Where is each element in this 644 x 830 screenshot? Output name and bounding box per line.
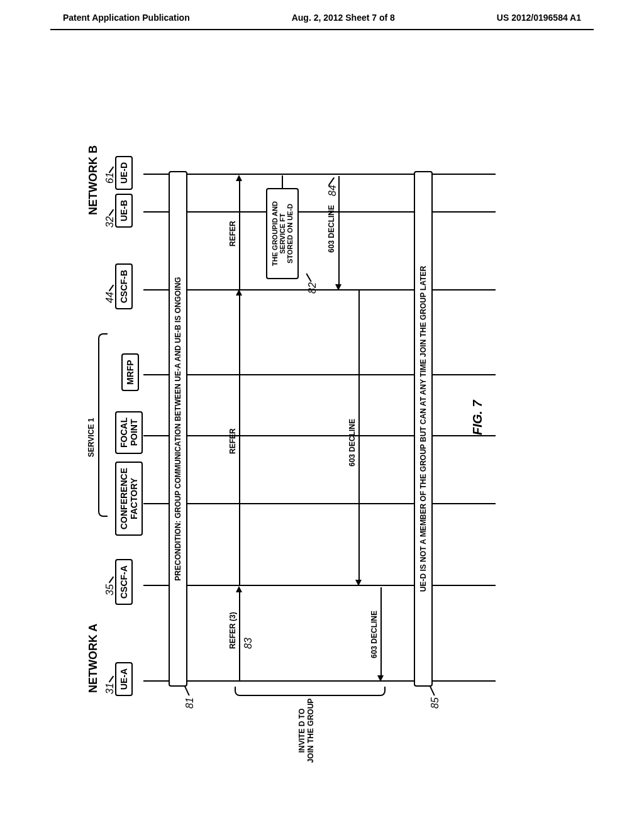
entity-mrfp: MRFP: [121, 353, 139, 391]
ref-83: 83: [243, 638, 254, 649]
invite-label: INVITE D TO JOIN THE GROUP: [297, 696, 315, 765]
entity-ue-b: UE-B: [115, 194, 133, 228]
msg-decline-1: 603 DECLINE: [327, 205, 336, 253]
msg-refer-2: REFER: [228, 221, 237, 246]
header-center: Aug. 2, 2012 Sheet 7 of 8: [292, 13, 395, 23]
header-left: Patent Application Publication: [63, 13, 190, 23]
lifeline-mrfp: [143, 374, 496, 375]
page-header: Patent Application Publication Aug. 2, 2…: [0, 0, 644, 29]
result-box: UE-D IS NOT A MEMBER OF THE GROUP BUT CA…: [414, 171, 433, 687]
groupid-box: THE GROUPID AND SERVICE FT STORED ON UE-…: [266, 188, 299, 279]
entity-focal-point: FOCAL POINT: [115, 411, 143, 454]
msg-refer3: REFER (3): [228, 612, 237, 649]
entity-cscf-a: CSCF-A: [115, 559, 133, 605]
entity-ue-a: UE-A: [115, 662, 133, 696]
msg-refer-1: REFER: [228, 428, 237, 454]
ref-82: 82: [307, 282, 318, 294]
ref-31: 31: [104, 683, 116, 694]
msg-decline-2: 603 DECLINE: [348, 419, 357, 467]
network-b-label: NETWORK B: [87, 145, 100, 215]
ref-85: 85: [430, 697, 441, 709]
lifeline-ue-d: [143, 174, 496, 175]
lifeline-ue-a: [143, 680, 496, 682]
header-right: US 2012/0196584 A1: [497, 13, 581, 23]
ref-61: 61: [104, 172, 116, 184]
service-label: SERVICE 1: [87, 418, 96, 457]
lifeline-focal-point: [143, 435, 496, 436]
ref-32: 32: [104, 216, 116, 228]
figure-label: FIG. 7: [470, 400, 485, 435]
header-divider: [50, 29, 594, 30]
service-brace: [98, 333, 108, 517]
lifeline-cscf-a: [143, 585, 496, 586]
ref-44: 44: [104, 292, 116, 303]
ref-35: 35: [104, 584, 116, 595]
ref-84: 84: [327, 185, 338, 196]
entity-conference-factory: CONFERENCE FACTORY: [115, 462, 143, 536]
entity-cscf-b: CSCF-B: [115, 263, 133, 309]
msg-decline-3: 603 DECLINE: [370, 611, 379, 658]
precondition-box: PRECONDITION: GROUP COMMUNICATION BETWEE…: [169, 171, 187, 687]
entity-ue-d: UE-D: [115, 156, 133, 190]
lifeline-cscf-b: [143, 289, 496, 290]
sequence-diagram: NETWORK A NETWORK B 31 UE-A 35 CSCF-A SE…: [31, 94, 644, 675]
ref-81: 81: [184, 697, 196, 709]
network-a-label: NETWORK A: [87, 624, 100, 693]
lifeline-ue-b: [143, 211, 496, 213]
invite-brace: [235, 687, 386, 696]
lifeline-conf-factory: [143, 503, 496, 504]
